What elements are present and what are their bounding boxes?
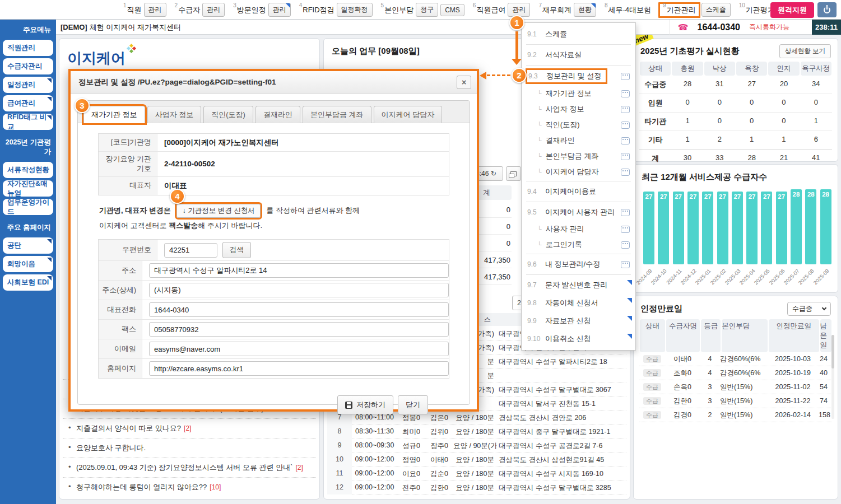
eval-card-title: 2025년 기초평가 실시현황 — [640, 46, 740, 57]
menu-item-number: 9.4 — [527, 188, 541, 195]
detail-view-button[interactable]: 상세현황 보기 — [779, 44, 831, 58]
nav-button-관리[interactable]: 관리 — [202, 3, 225, 17]
form-row-label: 대표전화 — [99, 300, 142, 319]
menu-item-9.4[interactable]: 9.4이지케어이용료 — [522, 183, 635, 200]
close-button[interactable]: 닫기 — [398, 395, 428, 414]
notice-item[interactable]: 청구해야하는데 롱텀이 열리지 않아요??[10] — [63, 477, 316, 497]
sidebar-item-자가진단&매뉴얼[interactable]: 자가진단&매뉴얼 — [3, 180, 53, 197]
sidebar-item-RFID태그 비교[interactable]: RFID태그 비교 — [3, 114, 53, 130]
nav-label[interactable]: 8세무·4대보험 — [605, 5, 651, 15]
sidebar-item-직원관리[interactable]: 직원관리 — [3, 40, 53, 56]
sidebar-item-수급자관리[interactable]: 수급자관리 — [3, 58, 53, 74]
nav-item-number: 10 — [739, 2, 745, 8]
nav-item-본인부담[interactable]: 5본인부담청구CMS — [381, 3, 464, 17]
expiry-filter-select[interactable]: 수급중 — [787, 302, 831, 316]
우편번호-input[interactable] — [164, 243, 217, 258]
scrollbar-thumb[interactable] — [831, 335, 834, 368]
홈페이지-input[interactable] — [149, 361, 449, 376]
sidebar-item-희망이음[interactable]: 희망이음 — [3, 256, 53, 272]
menu-subitem-로그인기록[interactable]: └로그인기록 — [522, 237, 635, 253]
menu-subitem-재가기관 정보[interactable]: └재가기관 정보 — [522, 86, 635, 101]
menu-item-9.5[interactable]: 9.5이지케어 사용자 관리 — [522, 203, 635, 221]
dialog-close-button[interactable]: × — [457, 76, 471, 89]
schedule-cell-service: 요양 / 180분 — [453, 424, 496, 438]
power-button[interactable] — [817, 2, 837, 17]
이메일-input[interactable] — [149, 342, 449, 356]
menu-subitem-결재라인[interactable]: └결재라인 — [522, 133, 635, 148]
tab-결재라인[interactable]: 결재라인 — [255, 106, 300, 123]
menu-item-number: 9.6 — [527, 260, 541, 268]
nav-item-기관관리[interactable]: 9기관관리스케쥴 — [659, 3, 731, 17]
sidebar-item-업무운영가이드[interactable]: 업무운영가이드 — [3, 199, 53, 215]
menu-item-9.1[interactable]: 9.1스케쥴 — [522, 25, 635, 43]
menu-subitem-사업자 정보[interactable]: └사업자 정보 — [522, 101, 635, 117]
nav-label[interactable]: 5본인부담 — [381, 5, 414, 15]
nav-label-highlight-box[interactable]: 9기관관리 — [658, 2, 700, 18]
notice-item[interactable]: 지출결의서 양식이 따로 있나요?[2] — [63, 418, 316, 438]
scrollbar[interactable] — [831, 335, 834, 419]
tab-재가기관 정보[interactable]: 재가기관 정보3 — [83, 106, 145, 123]
nav-button-관리[interactable]: 관리 — [144, 3, 166, 17]
nav-item-직원급여[interactable]: 6직원급여관리 — [473, 3, 531, 17]
menu-item-9.6[interactable]: 9.6내 정보관리/수정 — [522, 255, 635, 273]
notice-item[interactable]: (2025.09.01, 09:43 기준) 장기요양정보시스템 서버 오류 관… — [63, 458, 316, 477]
nav-button-스케쥴[interactable]: 스케쥴 — [701, 3, 731, 17]
nav-label[interactable]: 10기관평가 — [739, 5, 775, 15]
nav-button-청구[interactable]: 청구 — [416, 3, 438, 17]
주소(상세)-input[interactable] — [149, 283, 449, 297]
menu-item-9.3[interactable]: 9.3정보관리 및 설정 — [522, 67, 635, 86]
nav-label[interactable]: 3방문일정 — [233, 5, 266, 15]
schedule-cell-service: 요양 / 180분 — [453, 466, 496, 480]
popout-button[interactable] — [506, 166, 521, 181]
대표전화-input[interactable] — [149, 302, 449, 317]
tab-직인(도장)[interactable]: 직인(도장) — [203, 106, 253, 123]
nav-item-직원[interactable]: 1직원관리 — [123, 3, 166, 17]
nav-item-number: 8 — [605, 2, 608, 8]
zip-search-button[interactable]: 검색 — [222, 242, 251, 258]
nav-item-RFID점검[interactable]: 4RFID점검일정확정 — [299, 3, 373, 17]
tab-본인부담금 계좌[interactable]: 본인부담금 계좌 — [303, 106, 371, 123]
menu-item-9.7[interactable]: 9.7문자 발신번호 관리 — [522, 276, 635, 294]
notice-item[interactable]: 요양보호사 구합니다. — [63, 438, 316, 458]
nav-label[interactable]: 1직원 — [123, 5, 142, 15]
menu-item-inner: 9.6내 정보관리/수정 — [527, 259, 600, 269]
nav-label[interactable]: 2수급자 — [175, 5, 201, 15]
chart-bar: 27 — [717, 192, 728, 264]
nav-button-관리[interactable]: 관리 — [268, 3, 291, 17]
save-button[interactable]: 저장하기 — [337, 395, 393, 414]
menu-subitem-직인(도장)[interactable]: └직인(도장) — [522, 117, 635, 133]
주소-input[interactable] — [149, 263, 449, 278]
nav-button-현황[interactable]: 현황 — [574, 3, 596, 17]
nav-label[interactable]: 6직원급여 — [473, 5, 506, 15]
menu-item-9.10[interactable]: 9.10이용취소 신청 — [522, 330, 635, 348]
nav-item-재무회계[interactable]: 7재무회계현황 — [538, 3, 596, 17]
dialog-titlebar[interactable]: 정보관리 및 설정 /PU.ez?page=dialog&PGID=settin… — [71, 71, 477, 94]
sidebar-item-사회보험 EDI[interactable]: 사회보험 EDI — [3, 274, 53, 291]
schedule-cell-address: 대구광역시 수성구 시지동 169-10 — [499, 466, 626, 480]
tab-이지케어 담당자[interactable]: 이지케어 담당자 — [374, 106, 443, 123]
menu-subitem-사용자 관리[interactable]: └사용자 관리 — [522, 221, 635, 237]
sidebar-item-일정관리[interactable]: 일정관리 — [3, 77, 53, 93]
nav-item-수급자[interactable]: 2수급자관리 — [175, 3, 225, 17]
menu-item-9.9[interactable]: 9.9자료보관 신청 — [522, 312, 635, 330]
menu-item-9.2[interactable]: 9.2서식자료실 — [522, 46, 635, 64]
nav-button-관리[interactable]: 관리 — [508, 3, 530, 17]
nav-label[interactable]: 4RFID점검 — [299, 5, 334, 15]
tab-사업자 정보[interactable]: 사업자 정보 — [147, 106, 202, 123]
expiry-cell-grade: 4 — [700, 355, 720, 363]
chart-bar-value: 27 — [658, 192, 669, 200]
sidebar-item-서류작성현황[interactable]: 서류작성현황 — [3, 162, 53, 178]
menu-subitem-이지케어 담당자[interactable]: └이지케어 담당자 — [522, 164, 635, 180]
menu-item-9.8[interactable]: 9.8자동이체 신청서 — [522, 294, 635, 312]
download-change-request-button[interactable]: ↓ 기관정보 변경 신청서 — [176, 204, 260, 218]
팩스-input[interactable] — [149, 322, 449, 337]
remote-support-button[interactable]: 원격지원 — [770, 2, 814, 18]
sidebar-item-급여관리[interactable]: 급여관리 — [3, 95, 53, 111]
nav-button-일정확정[interactable]: 일정확정 — [337, 3, 373, 17]
nav-item-세무·4대보험[interactable]: 8세무·4대보험 — [605, 5, 651, 15]
nav-button-CMS[interactable]: CMS — [440, 4, 464, 16]
nav-label[interactable]: 7재무회계 — [538, 5, 571, 15]
menu-subitem-본인부담금 계좌[interactable]: └본인부담금 계좌 — [522, 148, 635, 164]
sidebar-item-공단[interactable]: 공단 — [3, 237, 53, 254]
nav-item-방문일정[interactable]: 3방문일정관리 — [233, 3, 291, 17]
